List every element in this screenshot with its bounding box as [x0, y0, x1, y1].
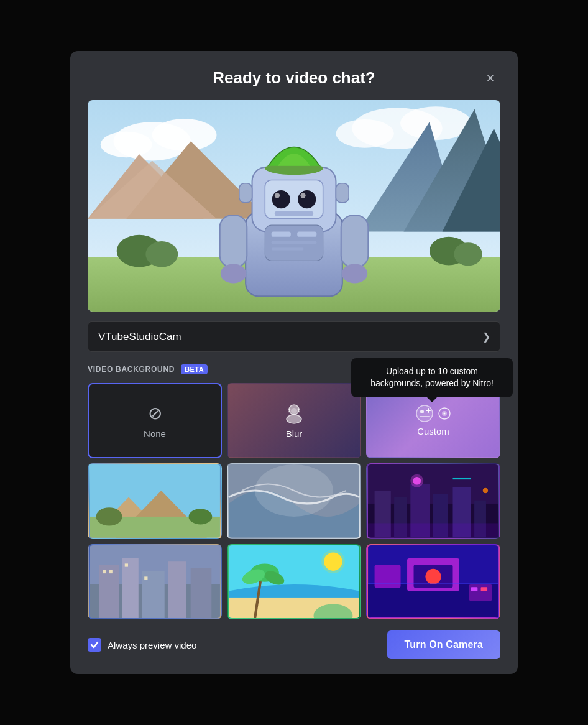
svg-rect-77	[122, 558, 139, 619]
svg-rect-34	[220, 215, 247, 267]
video-chat-modal: Ready to video chat? ×	[70, 51, 518, 675]
svg-point-3	[101, 131, 152, 157]
background-grid: ⊘ None B	[88, 383, 500, 620]
modal-header: Ready to video chat? ×	[88, 68, 500, 88]
bg-option-scene-4[interactable]	[88, 544, 222, 620]
custom-add-icon	[416, 405, 433, 422]
svg-point-23	[275, 193, 280, 198]
camera-select[interactable]: VTubeStudioCam Webcam OBS Virtual Camera	[88, 321, 500, 352]
svg-point-70	[410, 474, 423, 487]
svg-rect-71	[452, 478, 471, 479]
always-preview-text: Always preview video	[108, 640, 196, 650]
svg-rect-100	[469, 584, 492, 601]
bg-none-label: None	[144, 428, 166, 439]
svg-rect-84	[144, 576, 147, 580]
svg-rect-102	[481, 587, 487, 591]
modal-title: Ready to video chat?	[213, 68, 375, 88]
svg-point-99	[425, 569, 441, 584]
always-preview-label[interactable]: Always preview video	[88, 638, 196, 652]
svg-point-15	[145, 241, 178, 267]
svg-rect-26	[239, 183, 252, 202]
svg-rect-31	[297, 231, 316, 236]
svg-rect-47	[420, 416, 430, 417]
svg-rect-25	[275, 211, 313, 216]
tooltip-bubble: Upload up to 10 custom backgrounds, powe…	[351, 358, 513, 397]
bg-option-scene-5[interactable]	[227, 544, 361, 620]
turn-on-camera-button[interactable]: Turn On Camera	[387, 630, 500, 659]
svg-rect-35	[341, 215, 369, 267]
svg-rect-81	[103, 570, 106, 573]
svg-point-72	[483, 488, 488, 493]
svg-rect-80	[191, 568, 212, 618]
svg-point-6	[336, 119, 393, 148]
bg-custom-label: Custom	[417, 426, 449, 436]
svg-point-24	[300, 193, 305, 198]
svg-rect-82	[109, 570, 113, 573]
bg-option-scene-3[interactable]	[366, 463, 500, 539]
svg-point-40	[287, 415, 301, 423]
svg-point-17	[454, 242, 482, 266]
close-button[interactable]: ×	[480, 68, 500, 88]
bg-option-scene-2[interactable]	[227, 463, 361, 539]
none-icon: ⊘	[148, 403, 162, 423]
modal-overlay: Ready to video chat? ×	[0, 0, 588, 725]
video-background-label: VIDEO BACKGROUND	[88, 365, 175, 374]
bg-option-scene-1[interactable]	[88, 463, 222, 539]
svg-rect-79	[168, 561, 186, 618]
scene-6-thumbnail	[367, 545, 499, 619]
bg-option-none[interactable]: ⊘ None	[88, 383, 222, 459]
svg-point-46	[420, 410, 424, 413]
svg-point-2	[152, 119, 217, 151]
bg-option-blur[interactable]: Blur	[227, 383, 361, 459]
scene-2-thumbnail	[228, 464, 360, 538]
svg-point-57	[96, 507, 122, 525]
camera-select-wrapper: VTubeStudioCam Webcam OBS Virtual Camera…	[88, 321, 500, 352]
scene-4-thumbnail	[89, 545, 221, 619]
modal-footer: Always preview video Turn On Camera	[88, 630, 500, 659]
svg-rect-27	[336, 183, 349, 202]
svg-point-92	[321, 550, 345, 573]
always-preview-checkbox[interactable]	[88, 638, 101, 652]
video-preview	[88, 100, 500, 312]
svg-point-58	[189, 509, 213, 525]
svg-rect-33	[272, 247, 304, 250]
svg-rect-73	[368, 524, 498, 538]
scene-5-thumbnail	[228, 545, 360, 619]
custom-effect-icon	[438, 407, 451, 420]
video-background-header: VIDEO BACKGROUND BETA Upload up to 10 cu…	[88, 364, 500, 374]
svg-point-22	[298, 190, 316, 208]
beta-badge: BETA	[181, 364, 208, 374]
svg-rect-32	[272, 241, 317, 244]
svg-rect-83	[125, 563, 128, 566]
svg-rect-103	[368, 617, 498, 618]
svg-point-21	[272, 190, 290, 208]
bg-blur-label: Blur	[286, 428, 303, 439]
svg-point-45	[416, 405, 433, 422]
svg-point-39	[291, 408, 297, 414]
scene-3-thumbnail	[367, 464, 499, 538]
svg-point-52	[444, 413, 446, 415]
video-background-section: VIDEO BACKGROUND BETA Upload up to 10 cu…	[88, 364, 500, 620]
check-icon	[90, 640, 99, 649]
svg-rect-101	[471, 587, 477, 591]
svg-point-36	[221, 264, 247, 283]
tooltip-text: Upload up to 10 custom backgrounds, powe…	[370, 366, 494, 389]
svg-point-60	[255, 464, 333, 517]
svg-point-37	[342, 264, 368, 283]
blur-icon	[283, 402, 305, 425]
svg-rect-104	[368, 583, 498, 584]
scene-1-thumbnail	[89, 464, 221, 538]
bg-option-scene-6[interactable]	[366, 544, 500, 620]
svg-rect-30	[272, 231, 291, 236]
